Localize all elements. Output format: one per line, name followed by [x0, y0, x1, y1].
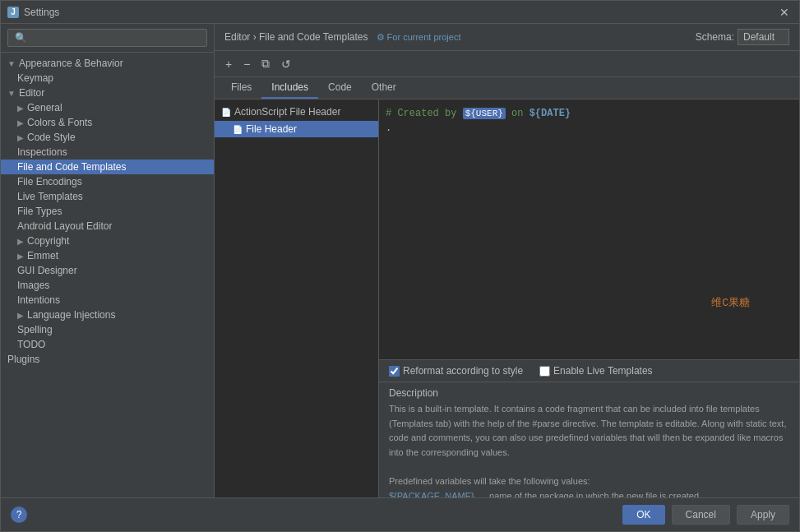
- sidebar-item-file-encodings[interactable]: File Encodings: [1, 174, 214, 189]
- sidebar-item-label-file-code-templates: File and Code Templates: [17, 161, 127, 173]
- reset-template-button[interactable]: ↺: [277, 55, 295, 73]
- reformat-label: Reformat according to style: [403, 365, 523, 377]
- live-templates-checkbox[interactable]: [539, 366, 550, 377]
- remove-template-button[interactable]: −: [239, 55, 254, 73]
- description-text: This is a built-in template. It contains…: [389, 402, 789, 497]
- schema-dropdown[interactable]: Default: [738, 29, 789, 45]
- sidebar-tree: ▼Appearance & BehaviorKeymap▼Editor▶Gene…: [1, 53, 214, 497]
- chinese-annotation: 维C果糖: [711, 295, 750, 310]
- live-templates-label: Enable Live Templates: [553, 365, 653, 377]
- tabs-bar: Files Includes Code Other: [215, 77, 799, 99]
- sidebar-item-file-types[interactable]: File Types: [1, 204, 214, 219]
- description-section: Description This is a built-in template.…: [379, 382, 799, 497]
- sidebar-item-label-language-injections: Language Injections: [27, 309, 115, 321]
- breadcrumb-path: Editor › File and Code Templates: [224, 31, 368, 43]
- reformat-checkbox-item[interactable]: Reformat according to style: [389, 365, 523, 377]
- schema-label: Schema:: [696, 31, 734, 43]
- window-body: ▼Appearance & BehaviorKeymap▼Editor▶Gene…: [1, 24, 799, 497]
- sidebar-item-label-file-encodings: File Encodings: [17, 176, 82, 187]
- app-icon: J: [7, 7, 19, 18]
- group-icon: 📄: [221, 108, 231, 117]
- sidebar-item-label-plugins: Plugins: [7, 354, 39, 365]
- breadcrumb-project: ⚙ For current project: [377, 32, 461, 42]
- sidebar-item-label-gui-designer: GUI Designer: [17, 265, 77, 276]
- help-button[interactable]: ?: [11, 507, 27, 523]
- sidebar-item-emmet[interactable]: ▶Emmet: [1, 248, 214, 263]
- template-group: 📄 ActionScript File Header 📄 File Header: [215, 99, 378, 141]
- apply-button[interactable]: Apply: [737, 505, 789, 525]
- bottom-panel: Reformat according to style Enable Live …: [379, 359, 799, 497]
- sidebar-item-inspections[interactable]: Inspections: [1, 145, 214, 160]
- user-variable: ${USER}: [463, 108, 506, 119]
- sidebar-item-label-colors-fonts: Colors & Fonts: [27, 117, 92, 128]
- main-content: Editor › File and Code Templates ⚙ For c…: [215, 24, 799, 497]
- cancel-button[interactable]: Cancel: [672, 505, 730, 525]
- reformat-checkbox[interactable]: [389, 366, 400, 377]
- code-line-1: # Created by ${USER} on ${DATE}: [386, 106, 793, 121]
- sidebar-item-images[interactable]: Images: [1, 278, 214, 293]
- template-item-label: File Header: [246, 123, 297, 135]
- sidebar-item-gui-designer[interactable]: GUI Designer: [1, 263, 214, 278]
- code-editor[interactable]: # Created by ${USER} on ${DATE} . 维C果糖: [379, 99, 799, 359]
- sidebar-item-intentions[interactable]: Intentions: [1, 293, 214, 308]
- sidebar-item-colors-fonts[interactable]: ▶Colors & Fonts: [1, 115, 214, 130]
- sidebar-item-label-android-layout-editor: Android Layout Editor: [17, 220, 112, 232]
- sidebar-item-label-copyright: Copyright: [27, 235, 69, 247]
- sidebar-item-keymap[interactable]: Keymap: [1, 71, 214, 86]
- code-line-2: .: [386, 121, 793, 136]
- sidebar-item-label-appearance: Appearance & Behavior: [19, 58, 123, 69]
- template-group-label: ActionScript File Header: [234, 106, 340, 118]
- sidebar-item-label-editor: Editor: [19, 87, 44, 99]
- template-group-header[interactable]: 📄 ActionScript File Header: [215, 103, 378, 121]
- live-templates-checkbox-item[interactable]: Enable Live Templates: [539, 365, 653, 377]
- code-dot: .: [386, 123, 391, 134]
- sidebar-item-code-style[interactable]: ▶Code Style: [1, 130, 214, 145]
- code-on: on: [506, 108, 529, 119]
- sidebar-item-todo[interactable]: TODO: [1, 337, 214, 352]
- sidebar-item-android-layout-editor[interactable]: Android Layout Editor: [1, 219, 214, 234]
- template-file-icon: 📄: [233, 125, 243, 134]
- window-title: Settings: [24, 7, 776, 18]
- sidebar-item-file-code-templates[interactable]: File and Code Templates: [1, 160, 214, 174]
- sidebar: ▼Appearance & BehaviorKeymap▼Editor▶Gene…: [1, 24, 215, 497]
- tab-code[interactable]: Code: [318, 77, 362, 99]
- tab-includes[interactable]: Includes: [261, 77, 318, 99]
- sidebar-item-plugins[interactable]: Plugins: [1, 352, 214, 367]
- sidebar-item-label-file-types: File Types: [17, 206, 62, 217]
- footer: ? OK Cancel Apply: [1, 497, 799, 531]
- breadcrumb-bar: Editor › File and Code Templates ⚙ For c…: [215, 24, 799, 51]
- search-input[interactable]: [7, 29, 207, 47]
- sidebar-item-label-emmet: Emmet: [27, 250, 58, 261]
- sidebar-item-general[interactable]: ▶General: [1, 100, 214, 115]
- template-panel: 📄 ActionScript File Header 📄 File Header: [215, 99, 379, 497]
- sidebar-item-live-templates[interactable]: Live Templates: [1, 189, 214, 204]
- checkboxes-row: Reformat according to style Enable Live …: [379, 360, 799, 382]
- sidebar-item-label-live-templates: Live Templates: [17, 191, 83, 202]
- sidebar-item-label-images: Images: [17, 280, 49, 291]
- tab-other[interactable]: Other: [362, 77, 406, 99]
- sidebar-item-copyright[interactable]: ▶Copyright: [1, 234, 214, 248]
- search-box: [1, 24, 214, 53]
- code-comment: # Created by: [386, 108, 463, 119]
- sidebar-item-appearance[interactable]: ▼Appearance & Behavior: [1, 56, 214, 71]
- settings-window: J Settings ✕ ▼Appearance & BehaviorKeyma…: [0, 0, 800, 532]
- copy-template-button[interactable]: ⧉: [257, 54, 274, 73]
- sidebar-item-editor[interactable]: ▼Editor: [1, 86, 214, 100]
- sidebar-item-label-code-style: Code Style: [27, 132, 76, 143]
- template-item-file-header[interactable]: 📄 File Header: [215, 121, 378, 137]
- add-template-button[interactable]: +: [221, 55, 236, 73]
- sidebar-item-label-general: General: [27, 102, 62, 113]
- schema-section: Schema: Default: [696, 29, 789, 45]
- content-area: 📄 ActionScript File Header 📄 File Header: [215, 99, 799, 497]
- sidebar-item-label-spelling: Spelling: [17, 324, 53, 335]
- description-label: Description: [389, 387, 789, 399]
- sidebar-item-label-keymap: Keymap: [17, 72, 53, 84]
- sidebar-item-language-injections[interactable]: ▶Language Injections: [1, 308, 214, 322]
- sidebar-item-label-intentions: Intentions: [17, 294, 60, 306]
- editor-panel: # Created by ${USER} on ${DATE} . 维C果糖: [379, 99, 799, 497]
- close-button[interactable]: ✕: [776, 6, 793, 19]
- sidebar-item-spelling[interactable]: Spelling: [1, 322, 214, 337]
- ok-button[interactable]: OK: [622, 505, 664, 525]
- toolbar: + − ⧉ ↺: [215, 51, 799, 77]
- tab-files[interactable]: Files: [221, 77, 261, 99]
